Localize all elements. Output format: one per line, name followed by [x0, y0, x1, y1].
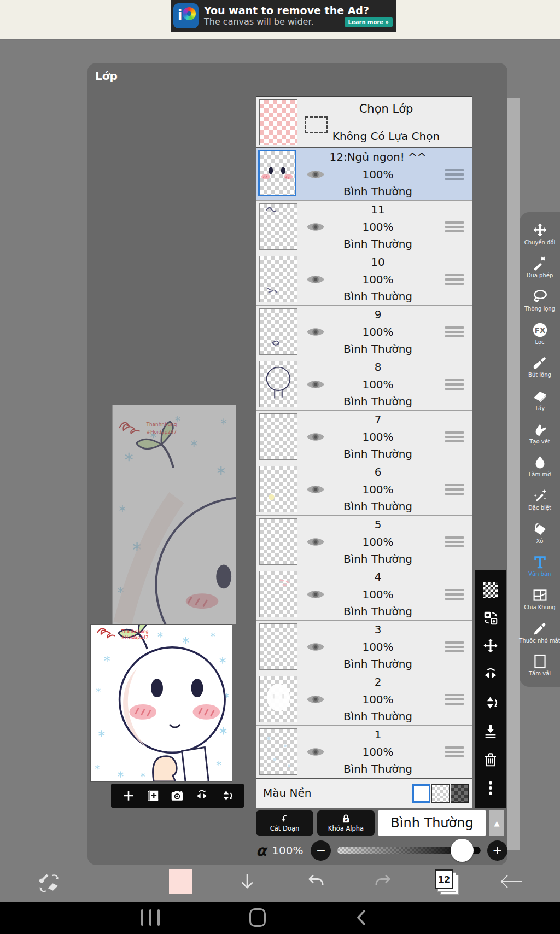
transparent-background-icon[interactable] — [483, 582, 498, 598]
layer-row-5[interactable]: 5 100% Bình Thường — [256, 516, 472, 568]
drag-handle-icon[interactable] — [445, 221, 464, 232]
undo-button[interactable] — [305, 872, 327, 891]
layer-thumbnail[interactable] — [259, 518, 298, 565]
camera-button[interactable] — [170, 789, 184, 803]
selection-subtitle: Không Có Lựa Chọn — [300, 130, 472, 143]
tool-bucket[interactable]: Xô — [520, 521, 560, 544]
layer-thumbnail[interactable] — [259, 413, 298, 460]
drag-handle-icon[interactable] — [445, 379, 464, 390]
drag-handle-icon[interactable] — [445, 326, 464, 337]
blend-mode-dropdown[interactable]: Bình Thường — [378, 810, 486, 836]
layer-row-7[interactable]: 7 100% Bình Thường — [256, 411, 472, 463]
text-icon — [532, 554, 548, 570]
opacity-slider[interactable] — [337, 847, 481, 854]
layer-thumbnail[interactable] — [259, 203, 298, 250]
home-button[interactable] — [249, 908, 266, 927]
drag-handle-icon[interactable] — [445, 694, 464, 705]
layer-rows: 12:Ngủ ngon! ^^ 100% Bình Thường 11 100%… — [256, 148, 472, 778]
drag-handle-icon[interactable] — [445, 169, 464, 180]
redo-button[interactable] — [372, 872, 394, 891]
flip-vertical-button[interactable] — [219, 789, 234, 803]
tool-eraser[interactable]: Tẩy — [520, 388, 560, 411]
drag-handle-icon[interactable] — [445, 484, 464, 495]
layer-row-9[interactable]: 9 100% Bình Thường — [256, 306, 472, 358]
clipping-icon — [279, 814, 290, 824]
tool-fx[interactable]: FX Lọc — [520, 322, 560, 345]
layer-row-6[interactable]: 6 100% Bình Thường — [256, 463, 472, 516]
background-color-row[interactable]: Màu Nền — [256, 778, 472, 808]
layer-thumbnail[interactable] — [259, 728, 298, 775]
layer-thumbnail[interactable] — [259, 571, 298, 617]
layer-blend-mode: Bình Thường — [343, 552, 412, 565]
bg-swatch-dark-transparent[interactable] — [451, 784, 469, 803]
layer-thumbnail[interactable] — [259, 623, 298, 670]
drag-handle-icon[interactable] — [445, 746, 464, 757]
layer-row-2[interactable]: 2 100% Bình Thường — [256, 673, 472, 726]
tool-smudge[interactable]: Tạo vết — [520, 422, 560, 445]
selection-header[interactable]: Chọn Lớp Không Có Lựa Chọn — [256, 97, 472, 148]
layer-thumbnail[interactable] — [259, 308, 298, 355]
opacity-plus-button[interactable]: + — [487, 840, 508, 861]
layer-row-11[interactable]: 11 100% Bình Thường — [256, 201, 472, 253]
drag-handle-icon[interactable] — [445, 589, 464, 600]
ad-box[interactable]: i You want to remove the Ad? The canvas … — [171, 0, 396, 32]
drag-handle-icon[interactable] — [445, 274, 464, 285]
layer-thumbnail[interactable] — [259, 256, 298, 302]
recent-apps-button[interactable] — [141, 909, 160, 926]
android-back-button[interactable] — [354, 909, 369, 926]
tool-wand[interactable]: Đũa phép — [520, 255, 560, 278]
tool-dropper[interactable]: Thuốc nhỏ mắt — [520, 621, 560, 644]
tool-special[interactable]: Đặc biệt — [520, 488, 560, 511]
layer-thumbnail[interactable] — [258, 150, 296, 196]
ad-learn-more-button[interactable]: Learn more » — [345, 17, 393, 27]
flip-vertical-icon[interactable] — [482, 694, 499, 711]
layer-blend-mode: Bình Thường — [343, 342, 412, 355]
layer-row-8[interactable]: 8 100% Bình Thường — [256, 358, 472, 411]
layer-row-1[interactable]: 1 100% Bình Thường — [256, 726, 472, 778]
bg-swatch-transparent[interactable] — [431, 784, 450, 803]
more-options-icon[interactable] — [482, 780, 499, 796]
clipping-button[interactable]: Cắt Đoạn — [256, 810, 313, 836]
add-button[interactable] — [121, 789, 136, 803]
layer-row-4[interactable]: 4 100% Bình Thường — [256, 568, 472, 621]
bottom-toolbar: 12 — [0, 864, 560, 902]
tool-text[interactable]: Văn bản — [520, 554, 560, 577]
down-arrow-button[interactable] — [237, 869, 257, 894]
layer-row-10[interactable]: 10 100% Bình Thường — [256, 253, 472, 306]
opacity-slider-knob[interactable] — [451, 839, 474, 862]
drag-handle-icon[interactable] — [445, 641, 464, 652]
layer-row-3[interactable]: 3 100% Bình Thường — [256, 621, 472, 673]
opacity-value: 100% — [272, 844, 303, 857]
layer-convert-icon[interactable] — [482, 610, 499, 626]
current-color-swatch[interactable] — [169, 869, 192, 894]
tool-drop[interactable]: Làm mờ — [520, 454, 560, 477]
tool-canvas[interactable]: Tấm vải — [520, 653, 560, 676]
layer-move-icon[interactable] — [482, 638, 499, 655]
bg-swatch-white[interactable] — [412, 784, 430, 803]
drag-handle-icon[interactable] — [445, 431, 464, 442]
layer-thumbnail[interactable] — [259, 466, 298, 512]
add-layer-button[interactable] — [146, 789, 160, 803]
delete-layer-icon[interactable] — [482, 751, 499, 768]
blend-expand-button[interactable]: ▲ — [489, 810, 504, 836]
brush-eraser-toggle[interactable] — [36, 871, 62, 896]
layer-thumbnail[interactable] — [259, 676, 298, 722]
tool-lasso[interactable]: Thòng lọng — [520, 289, 560, 312]
layers-panel-button[interactable]: 12 — [435, 869, 461, 897]
tool-frame[interactable]: Chia Khung — [520, 587, 560, 610]
tool-brush[interactable]: Bút lông — [520, 355, 560, 378]
canvas-icon — [532, 653, 548, 669]
alpha-lock-button[interactable]: α Khóa Alpha — [317, 810, 375, 836]
opacity-minus-button[interactable]: − — [311, 840, 331, 861]
merge-down-icon[interactable] — [482, 723, 499, 739]
layer-thumbnail[interactable] — [259, 361, 298, 407]
bucket-icon — [532, 521, 548, 537]
signature-name: Thanhnhung — [121, 629, 149, 634]
tool-transform[interactable]: Chuyển đổi — [520, 223, 560, 246]
drag-handle-icon[interactable] — [445, 536, 464, 547]
back-button[interactable] — [500, 874, 523, 889]
flip-horizontal-icon[interactable] — [482, 667, 499, 683]
flip-horizontal-button[interactable] — [195, 789, 209, 803]
fx-icon: FX — [532, 322, 548, 338]
layer-row-12[interactable]: 12:Ngủ ngon! ^^ 100% Bình Thường — [256, 148, 472, 201]
